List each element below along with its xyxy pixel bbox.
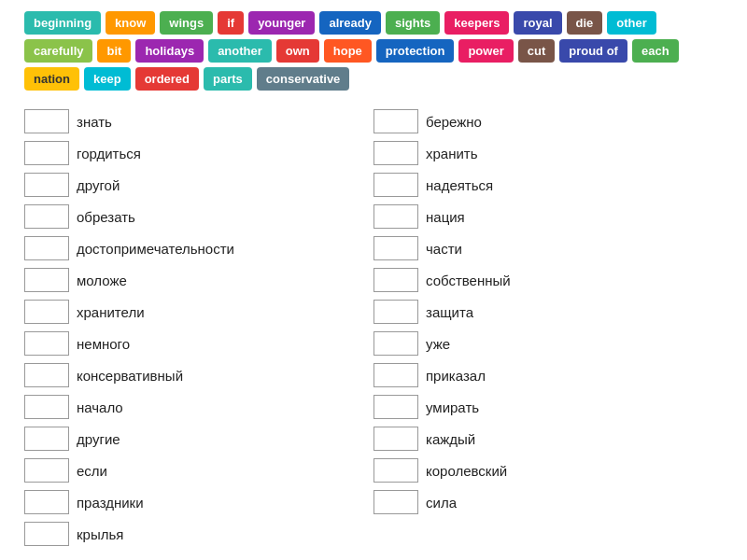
- match-row: достопримечательности: [24, 232, 374, 264]
- match-label-drugie: другие: [77, 431, 120, 447]
- word-chip-other[interactable]: other: [607, 11, 656, 35]
- match-row: если: [24, 455, 374, 486]
- match-row: хранители: [24, 296, 374, 328]
- answer-input-chasti[interactable]: [374, 236, 418, 260]
- word-chip-proud_of[interactable]: proud of: [559, 39, 627, 63]
- match-label-umirat: умирать: [426, 399, 479, 415]
- match-row: части: [374, 232, 723, 264]
- word-chip-cut[interactable]: cut: [518, 39, 556, 63]
- answer-input-drugie[interactable]: [24, 427, 69, 451]
- match-label-konservat: консервативный: [77, 368, 183, 384]
- match-label-kazhdyy: каждый: [426, 431, 475, 447]
- match-row: немного: [24, 328, 374, 359]
- match-label-chasti: части: [426, 241, 462, 257]
- match-row: другой: [24, 169, 374, 201]
- word-chip-younger[interactable]: younger: [248, 11, 315, 35]
- answer-input-khranit[interactable]: [374, 141, 418, 165]
- answer-input-gordit[interactable]: [24, 141, 69, 165]
- match-row: праздники: [24, 486, 374, 518]
- match-row: хранить: [374, 137, 723, 169]
- word-chip-carefully[interactable]: carefully: [24, 39, 92, 63]
- match-label-prikazal: приказал: [426, 368, 486, 384]
- match-label-zashchita: защита: [426, 304, 473, 320]
- match-row: крылья: [24, 518, 374, 550]
- answer-input-khraniteli[interactable]: [24, 300, 69, 324]
- word-chip-holidays[interactable]: holidays: [135, 39, 204, 63]
- match-label-obrezat: обрезать: [77, 209, 135, 225]
- word-chip-royal[interactable]: royal: [514, 11, 561, 35]
- word-chip-if[interactable]: if: [218, 11, 244, 35]
- answer-input-korolevskiy[interactable]: [374, 458, 418, 483]
- match-row: начало: [24, 391, 374, 423]
- answer-input-prikazal[interactable]: [374, 363, 418, 387]
- answer-input-molozhe[interactable]: [24, 268, 69, 292]
- answer-input-umirat[interactable]: [374, 395, 418, 419]
- match-label-drugoy: другой: [77, 177, 120, 193]
- answer-input-nadeyatsya[interactable]: [374, 173, 418, 197]
- answer-input-znat[interactable]: [24, 109, 69, 133]
- answer-input-dosto[interactable]: [24, 236, 69, 260]
- word-chip-wings[interactable]: wings: [160, 11, 213, 35]
- word-chip-already[interactable]: already: [319, 11, 381, 35]
- word-chip-die[interactable]: die: [567, 11, 603, 35]
- answer-input-kazhdyy[interactable]: [374, 427, 418, 451]
- word-chip-keepers[interactable]: keepers: [444, 11, 509, 35]
- answer-input-natsiya[interactable]: [374, 204, 418, 229]
- match-row: нация: [374, 201, 723, 232]
- match-label-dosto: достопримечательности: [77, 241, 234, 257]
- match-label-krilya: крылья: [77, 526, 123, 542]
- word-chip-own[interactable]: own: [276, 39, 319, 63]
- match-row: гордиться: [24, 137, 374, 169]
- answer-input-berezhno[interactable]: [374, 109, 418, 133]
- match-label-khraniteli: хранители: [77, 304, 145, 320]
- answer-input-drugoy[interactable]: [24, 173, 69, 197]
- match-label-molozhe: моложе: [77, 273, 127, 288]
- match-row: каждый: [374, 423, 723, 455]
- answer-input-obrezat[interactable]: [24, 204, 69, 229]
- match-row: защита: [374, 296, 723, 328]
- match-row: приказал: [374, 359, 723, 391]
- match-label-nadeyatsya: надеяться: [426, 177, 493, 193]
- answer-input-krilya[interactable]: [24, 522, 69, 546]
- word-chip-conservative[interactable]: conservative: [257, 67, 350, 91]
- match-label-znat: знать: [77, 114, 112, 130]
- right-column: бережнохранитьнадеятьсянациячастисобстве…: [374, 105, 723, 550]
- word-chip-know[interactable]: know: [106, 11, 155, 35]
- answer-input-sila[interactable]: [374, 490, 418, 514]
- match-row: сила: [374, 486, 723, 518]
- word-chip-another[interactable]: another: [208, 39, 272, 63]
- word-chip-bit[interactable]: bit: [97, 39, 131, 63]
- word-chip-beginning[interactable]: beginning: [24, 11, 101, 35]
- match-row: знать: [24, 105, 374, 137]
- match-row: надеяться: [374, 169, 723, 201]
- match-row: умирать: [374, 391, 723, 423]
- match-label-nachalo: начало: [77, 399, 123, 415]
- word-chip-keep[interactable]: keep: [84, 67, 131, 91]
- word-chip-protection[interactable]: protection: [376, 39, 455, 63]
- word-chip-parts[interactable]: parts: [204, 67, 252, 91]
- word-chip-ordered[interactable]: ordered: [135, 67, 199, 91]
- answer-input-esli[interactable]: [24, 458, 69, 483]
- answer-input-sobstvennyy[interactable]: [374, 268, 418, 292]
- answer-input-nemnogo[interactable]: [24, 331, 69, 356]
- match-label-sobstvennyy: собственный: [426, 273, 511, 288]
- match-row: другие: [24, 423, 374, 455]
- answer-input-prazdniki[interactable]: [24, 490, 69, 514]
- answer-input-nachalo[interactable]: [24, 395, 69, 419]
- word-chip-hope[interactable]: hope: [324, 39, 372, 63]
- match-label-natsiya: нация: [426, 209, 465, 225]
- word-chip-sights[interactable]: sights: [386, 11, 440, 35]
- word-chip-nation[interactable]: nation: [24, 67, 79, 91]
- match-row: консервативный: [24, 359, 374, 391]
- answer-input-zashchita[interactable]: [374, 300, 418, 324]
- answer-input-uzhe[interactable]: [374, 331, 418, 356]
- match-label-gordit: гордиться: [77, 146, 141, 161]
- match-label-esli: если: [77, 463, 107, 479]
- left-column: знатьгордитьсядругойобрезатьдостопримеча…: [24, 105, 374, 550]
- word-chip-each[interactable]: each: [632, 39, 679, 63]
- match-label-berezhno: бережно: [426, 114, 482, 130]
- word-chip-power[interactable]: power: [458, 39, 513, 63]
- answer-input-konservat[interactable]: [24, 363, 69, 387]
- match-label-korolevskiy: королевский: [426, 463, 507, 479]
- match-label-nemnogo: немного: [77, 336, 130, 352]
